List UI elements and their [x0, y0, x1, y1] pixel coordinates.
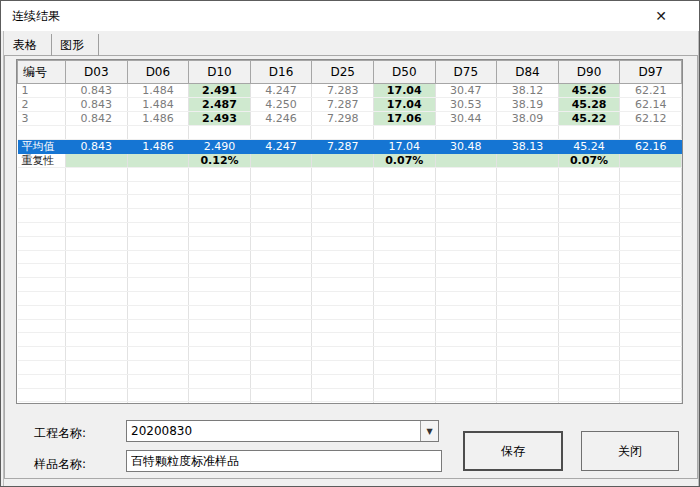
titlebar: 连续结果 ✕ — [1, 1, 699, 31]
column-header-D97: D97 — [620, 61, 682, 84]
table-row[interactable]: 30.8421.4862.4934.2467.29817.0630.4438.0… — [18, 112, 682, 126]
average-row[interactable]: 平均值0.8431.4862.4904.2477.28717.0430.4838… — [18, 139, 682, 153]
empty-row — [18, 195, 682, 209]
tab-graph[interactable]: 图形 — [52, 34, 99, 56]
empty-row — [18, 278, 682, 292]
table-header-row: 编号D03D06D10D16D25D50D75D84D90D97 — [18, 61, 682, 84]
project-name-value: 20200830 — [127, 421, 420, 441]
column-header-编号: 编号 — [18, 61, 66, 84]
empty-row — [18, 347, 682, 361]
empty-row — [18, 374, 682, 388]
empty-row — [18, 209, 682, 223]
sample-name-label: 样品名称: — [34, 456, 86, 473]
empty-row — [18, 305, 682, 319]
empty-row — [18, 402, 682, 404]
column-header-D06: D06 — [127, 61, 189, 84]
column-header-D50: D50 — [373, 61, 435, 84]
empty-row — [18, 236, 682, 250]
results-table: 编号D03D06D10D16D25D50D75D84D90D9710.8431.… — [17, 60, 682, 404]
empty-row — [18, 360, 682, 374]
table-row[interactable]: 10.8431.4842.4914.2477.28317.0430.4738.1… — [18, 84, 682, 98]
empty-row — [18, 222, 682, 236]
column-header-D75: D75 — [435, 61, 497, 84]
results-grid[interactable]: 编号D03D06D10D16D25D50D75D84D90D9710.8431.… — [16, 59, 683, 404]
project-name-combobox[interactable]: 20200830 ▼ — [126, 420, 439, 442]
empty-row — [18, 264, 682, 278]
empty-row — [18, 250, 682, 264]
empty-row — [18, 181, 682, 195]
chevron-down-icon[interactable]: ▼ — [420, 421, 438, 441]
column-header-D16: D16 — [250, 61, 312, 84]
tab-table[interactable]: 表格 — [5, 34, 52, 56]
empty-row — [18, 126, 682, 140]
close-button[interactable]: 关闭 — [581, 431, 679, 471]
sample-name-input[interactable] — [126, 450, 442, 472]
empty-row — [18, 319, 682, 333]
repeatability-row[interactable]: 重复性0.12%0.07%0.07% — [18, 153, 682, 167]
column-header-D25: D25 — [312, 61, 374, 84]
column-header-D90: D90 — [558, 61, 620, 84]
empty-row — [18, 291, 682, 305]
column-header-D84: D84 — [497, 61, 559, 84]
empty-row — [18, 333, 682, 347]
column-header-D10: D10 — [189, 61, 251, 84]
save-button[interactable]: 保存 — [463, 431, 563, 471]
tabstrip: 表格 图形 — [5, 34, 99, 56]
table-row[interactable]: 20.8431.4842.4874.2507.28717.0430.5338.1… — [18, 98, 682, 112]
continuous-results-dialog: 连续结果 ✕ 表格 图形 编号D03D06D10D16D25D50D75D84D… — [0, 0, 700, 487]
column-header-D03: D03 — [66, 61, 128, 84]
project-name-label: 工程名称: — [34, 425, 86, 442]
empty-row — [18, 167, 682, 181]
window-title: 连续结果 — [12, 8, 60, 25]
close-icon[interactable]: ✕ — [643, 3, 679, 29]
empty-row — [18, 388, 682, 402]
